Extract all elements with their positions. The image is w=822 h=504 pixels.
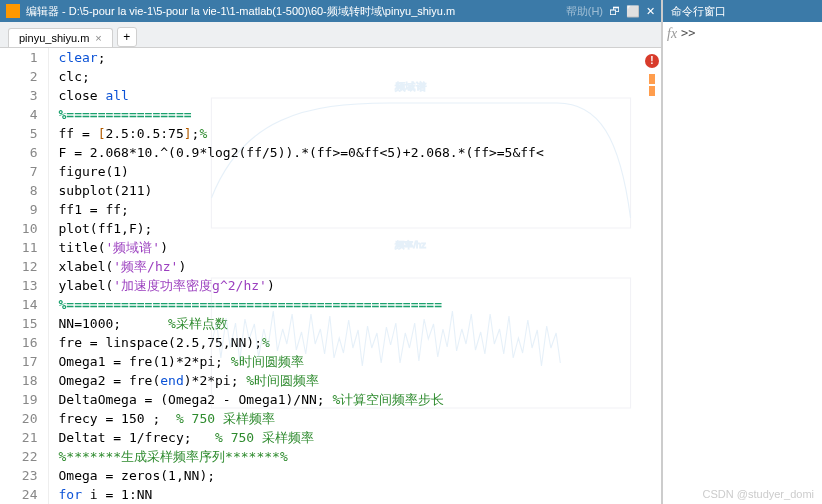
code-text[interactable]: ff = [2.5:0.5:75];% [48,124,661,143]
code-line[interactable]: 3close all [0,86,661,105]
close-tab-icon[interactable]: × [95,32,101,44]
line-number: 7 [0,162,48,181]
code-line[interactable]: 14%=====================================… [0,295,661,314]
tab-bar: pinyu_shiyu.m × + [0,22,661,48]
line-number: 20 [0,409,48,428]
editor-area[interactable]: 频域谱 频率/hz 1clear;2clc;3close all4%======… [0,48,661,504]
code-text[interactable]: xlabel('频率/hz') [48,257,661,276]
line-number: 23 [0,466,48,485]
code-line[interactable]: 6F = 2.068*10.^(0.9*log2(ff/5)).*(ff>=0&… [0,143,661,162]
command-window[interactable]: fx >> [663,22,822,46]
code-lines[interactable]: 1clear;2clc;3close all4%================… [0,48,661,504]
code-text[interactable]: %*******生成采样频率序列*******% [48,447,661,466]
line-number: 18 [0,371,48,390]
line-number: 13 [0,276,48,295]
code-text[interactable]: F = 2.068*10.^(0.9*log2(ff/5)).*(ff>=0&f… [48,143,661,162]
code-line[interactable]: 11title('频域谱') [0,238,661,257]
code-line[interactable]: 9ff1 = ff; [0,200,661,219]
line-number: 14 [0,295,48,314]
line-number: 22 [0,447,48,466]
code-text[interactable]: %=======================================… [48,295,661,314]
code-line[interactable]: 5ff = [2.5:0.5:75];% [0,124,661,143]
fx-icon[interactable]: fx [667,26,677,42]
code-line[interactable]: 2clc; [0,67,661,86]
code-line[interactable]: 13ylabel('加速度功率密度g^2/hz') [0,276,661,295]
line-number: 9 [0,200,48,219]
code-text[interactable]: figure(1) [48,162,661,181]
window-title: 编辑器 - D:\5-pour la vie-1\5-pour la vie-1… [26,4,546,19]
code-text[interactable]: subplot(211) [48,181,661,200]
line-number: 6 [0,143,48,162]
code-text[interactable]: NN=1000; %采样点数 [48,314,661,333]
file-tab-label: pinyu_shiyu.m [19,32,89,44]
app-icon [6,4,20,18]
line-number: 4 [0,105,48,124]
code-line[interactable]: 21Deltat = 1/frecy; % 750 采样频率 [0,428,661,447]
code-text[interactable]: Deltat = 1/frecy; % 750 采样频率 [48,428,661,447]
code-text[interactable]: Omega = zeros(1,NN); [48,466,661,485]
line-number: 10 [0,219,48,238]
code-line[interactable]: 22%*******生成采样频率序列*******% [0,447,661,466]
code-line[interactable]: 7figure(1) [0,162,661,181]
code-text[interactable]: fre = linspace(2.5,75,NN);% [48,333,661,352]
code-text[interactable]: close all [48,86,661,105]
file-tab[interactable]: pinyu_shiyu.m × [8,28,113,47]
line-number: 12 [0,257,48,276]
code-text[interactable]: for i = 1:NN [48,485,661,504]
line-number: 19 [0,390,48,409]
editor-titlebar: 编辑器 - D:\5-pour la vie-1\5-pour la vie-1… [0,0,661,22]
line-number: 17 [0,352,48,371]
code-line[interactable]: 12xlabel('频率/hz') [0,257,661,276]
add-tab-button[interactable]: + [117,27,137,47]
code-line[interactable]: 17Omega1 = fre(1)*2*pi; %时间圆频率 [0,352,661,371]
code-line[interactable]: 20frecy = 150 ; % 750 采样频率 [0,409,661,428]
code-text[interactable]: ff1 = ff; [48,200,661,219]
code-line[interactable]: 1clear; [0,48,661,67]
code-line[interactable]: 16fre = linspace(2.5,75,NN);% [0,333,661,352]
code-text[interactable]: Omega1 = fre(1)*2*pi; %时间圆频率 [48,352,661,371]
command-window-title: 命令行窗口 [663,0,822,22]
command-prompt: >> [681,26,695,40]
code-text[interactable]: title('频域谱') [48,238,661,257]
code-text[interactable]: %================ [48,105,661,124]
line-number: 2 [0,67,48,86]
code-line[interactable]: 19DeltaOmega = (Omega2 - Omega1)/NN; %计算… [0,390,661,409]
code-line[interactable]: 15NN=1000; %采样点数 [0,314,661,333]
close-window-button[interactable]: ✕ [646,5,655,18]
line-number: 24 [0,485,48,504]
line-number: 16 [0,333,48,352]
code-text[interactable]: clc; [48,67,661,86]
line-number: 15 [0,314,48,333]
warning-marker[interactable] [649,86,655,96]
code-text[interactable]: DeltaOmega = (Omega2 - Omega1)/NN; %计算空间… [48,390,661,409]
code-text[interactable]: clear; [48,48,661,67]
help-menu[interactable]: 帮助(H) [566,4,603,19]
code-line[interactable]: 8subplot(211) [0,181,661,200]
line-number: 3 [0,86,48,105]
error-indicator-icon[interactable]: ! [645,54,659,68]
code-line[interactable]: 24for i = 1:NN [0,485,661,504]
line-number: 5 [0,124,48,143]
code-text[interactable]: frecy = 150 ; % 750 采样频率 [48,409,661,428]
line-number: 21 [0,428,48,447]
code-line[interactable]: 23Omega = zeros(1,NN); [0,466,661,485]
warning-marker[interactable] [649,74,655,84]
line-number: 1 [0,48,48,67]
line-number: 11 [0,238,48,257]
code-text[interactable]: Omega2 = fre(end)*2*pi; %时间圆频率 [48,371,661,390]
line-number: 8 [0,181,48,200]
message-bar: ! [645,54,659,98]
code-line[interactable]: 4%================ [0,105,661,124]
maximize-button[interactable]: ⬜ [626,5,640,18]
restore-button[interactable]: 🗗 [609,5,620,17]
code-text[interactable]: ylabel('加速度功率密度g^2/hz') [48,276,661,295]
code-line[interactable]: 10plot(ff1,F); [0,219,661,238]
code-text[interactable]: plot(ff1,F); [48,219,661,238]
code-line[interactable]: 18Omega2 = fre(end)*2*pi; %时间圆频率 [0,371,661,390]
